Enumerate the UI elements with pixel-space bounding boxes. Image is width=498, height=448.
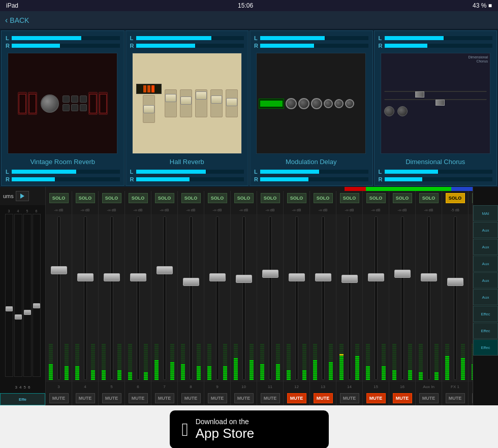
fader-ch7[interactable]: [231, 214, 257, 382]
solo-btn-ch4[interactable]: SOLO: [151, 191, 178, 205]
device-name: iPad: [6, 2, 18, 9]
sidebar-btn-aux1[interactable]: Aux: [473, 222, 498, 238]
fader-ch8[interactable]: [257, 214, 284, 382]
ch-num-bottom-8: 11: [257, 382, 284, 391]
time: 15:06: [238, 2, 253, 9]
fader-ch13[interactable]: [389, 214, 416, 382]
db-label-ch10: -∞ dB: [310, 205, 336, 214]
fader-ch1[interactable]: [72, 214, 99, 382]
left-effect-button[interactable]: Effe: [0, 393, 45, 405]
fader-ch0[interactable]: [46, 214, 72, 382]
solo-btn-ch0[interactable]: SOLO: [46, 191, 72, 205]
db-label-ch11: -∞ dB: [336, 205, 363, 214]
vu-meters-bottom-dc: L R: [375, 167, 497, 185]
fx-device-vrr: [8, 53, 117, 154]
mute-btn-ch9[interactable]: MUTE: [284, 391, 310, 405]
download-on-label: Download on the: [196, 418, 255, 426]
db-label-ch9: -∞ dB: [284, 205, 310, 214]
mute-btn-ch1[interactable]: MUTE: [72, 391, 99, 405]
fader-ch6[interactable]: [204, 214, 231, 382]
solo-btn-ch11[interactable]: SOLO: [336, 191, 363, 205]
fx-card-vintage-room-reverb[interactable]: L R: [1, 30, 124, 186]
mute-btn-ch6[interactable]: MUTE: [204, 391, 231, 405]
app-store-button[interactable]:  Download on the App Store: [170, 410, 329, 448]
db-label-ch12: -∞ dB: [363, 205, 389, 214]
play-button[interactable]: [16, 191, 29, 201]
mute-btn-ch0[interactable]: MUTE: [46, 391, 72, 405]
vu-meters-bottom-vrr: L R: [2, 167, 124, 185]
db-label-ch16: -∞ dB: [469, 205, 473, 214]
solo-btn-ch6[interactable]: SOLO: [204, 191, 231, 205]
mute-btn-ch3[interactable]: MUTE: [125, 391, 151, 405]
solo-btn-ch12[interactable]: SOLO: [363, 191, 389, 205]
ch-num-bottom-6: 9: [204, 382, 231, 391]
fader-ch11[interactable]: [336, 214, 363, 382]
mute-btn-ch11[interactable]: MUTE: [336, 391, 363, 405]
ch-num-bottom-14: Aux In: [416, 382, 442, 391]
solo-btn-ch8[interactable]: SOLO: [257, 191, 284, 205]
mute-btn-ch15[interactable]: MUTE: [442, 391, 469, 405]
db-label-ch3: -∞ dB: [125, 205, 151, 214]
sidebar-btn-aux3[interactable]: Aux: [473, 255, 498, 272]
db-label-ch1: -∞ dB: [72, 205, 99, 214]
mute-btn-ch16[interactable]: MUTE: [469, 391, 473, 405]
ch-num-bottom-2: 5: [99, 382, 125, 391]
solo-btn-ch16[interactable]: SOLO: [469, 191, 473, 205]
mute-btn-ch10[interactable]: MUTE: [310, 391, 336, 405]
solo-btn-ch9[interactable]: SOLO: [284, 191, 310, 205]
mute-btn-ch5[interactable]: MUTE: [178, 391, 204, 405]
fader-ch9[interactable]: [284, 214, 310, 382]
back-button[interactable]: ‹ BACK: [5, 16, 29, 25]
vu-r-label: R: [6, 43, 10, 49]
db-label-ch0: -∞ dB: [46, 205, 72, 214]
vu-meters-top-dc: L R: [375, 31, 497, 51]
mute-btn-ch13[interactable]: MUTE: [389, 391, 416, 405]
fader-ch3[interactable]: [125, 214, 151, 382]
ch-num-bottom-15: FX 1: [442, 382, 469, 391]
fx-card-dimensional-chorus[interactable]: L R DimensionalChorus: [374, 30, 497, 186]
solo-btn-ch2[interactable]: SOLO: [99, 191, 125, 205]
solo-btn-ch13[interactable]: SOLO: [389, 191, 416, 205]
solo-btn-ch1[interactable]: SOLO: [72, 191, 99, 205]
back-label: BACK: [10, 16, 29, 24]
fx-card-modulation-delay[interactable]: L R: [250, 30, 373, 186]
fader-ch14[interactable]: [416, 214, 442, 382]
play-icon: [20, 194, 24, 199]
db-label-ch8: -∞ dB: [257, 205, 284, 214]
vu-l-bar: [12, 36, 120, 40]
solo-btn-ch7[interactable]: SOLO: [231, 191, 257, 205]
db-label-ch6: -∞ dB: [204, 205, 231, 214]
mute-btn-ch8[interactable]: MUTE: [257, 391, 284, 405]
ch-num-bottom-1: 4: [72, 382, 99, 391]
fader-ch15[interactable]: [442, 214, 469, 382]
sidebar-btn-effect2[interactable]: Effec: [473, 323, 498, 339]
mute-btn-ch12[interactable]: MUTE: [363, 391, 389, 405]
sidebar-btn-main[interactable]: MAI: [473, 205, 498, 221]
solo-btn-ch5[interactable]: SOLO: [178, 191, 204, 205]
fader-ch4[interactable]: [151, 214, 178, 382]
sidebar-btn-effect1[interactable]: Effec: [473, 306, 498, 322]
fader-ch12[interactable]: [363, 214, 389, 382]
fader-ch16[interactable]: [469, 214, 473, 382]
mute-btn-ch4[interactable]: MUTE: [151, 391, 178, 405]
solo-btn-ch14[interactable]: SOLO: [416, 191, 442, 205]
solo-btn-ch3[interactable]: SOLO: [125, 191, 151, 205]
fx-card-hall-reverb[interactable]: L R: [126, 30, 249, 186]
solo-btn-ch10[interactable]: SOLO: [310, 191, 336, 205]
fx-device-dc: DimensionalChorus: [381, 53, 490, 154]
nav-bar: ‹ BACK: [0, 11, 498, 29]
sidebar-btn-aux4[interactable]: Aux: [473, 272, 498, 289]
sidebar-btn-effect3[interactable]: Effec: [473, 339, 498, 356]
battery: 43 % ■: [473, 2, 492, 9]
solo-btn-ch15[interactable]: SOLO: [442, 191, 469, 205]
sidebar-btn-aux2[interactable]: Aux: [473, 239, 498, 255]
fader-ch5[interactable]: [178, 214, 204, 382]
sidebar-btn-aux5[interactable]: Aux: [473, 289, 498, 305]
vu-l-label: L: [6, 35, 10, 41]
mute-btn-ch14[interactable]: MUTE: [416, 391, 442, 405]
fader-ch2[interactable]: [99, 214, 125, 382]
mute-btn-ch7[interactable]: MUTE: [231, 391, 257, 405]
ch-num-bottom-11: 14: [336, 382, 363, 391]
mute-btn-ch2[interactable]: MUTE: [99, 391, 125, 405]
fader-ch10[interactable]: [310, 214, 336, 382]
